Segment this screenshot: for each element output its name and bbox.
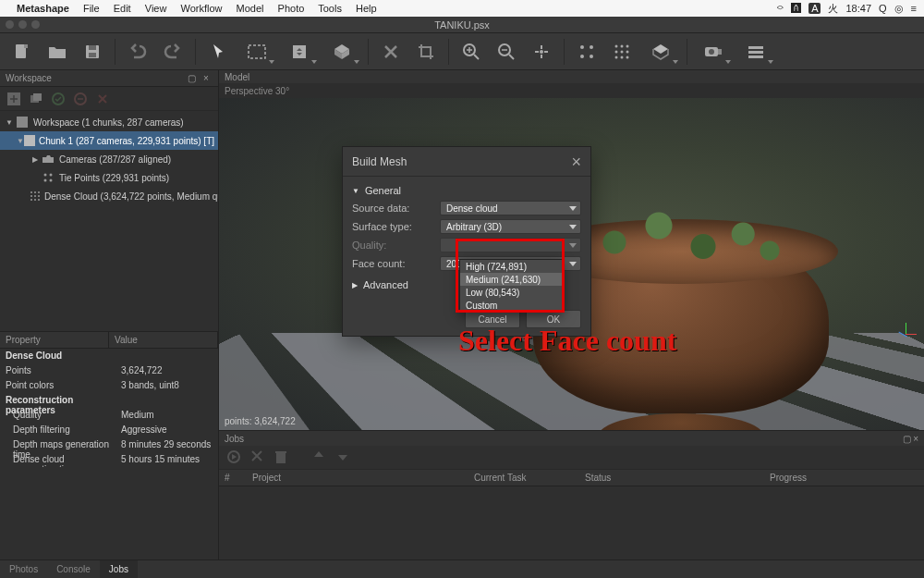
spotlight-icon[interactable]: Q xyxy=(879,3,887,14)
menu-edit[interactable]: Edit xyxy=(114,3,131,14)
job-movedown-button[interactable] xyxy=(337,449,354,466)
clock[interactable]: 18:47 xyxy=(845,3,871,14)
lang-badge[interactable]: A xyxy=(808,3,821,14)
add-chunk-button[interactable] xyxy=(6,91,22,107)
redo-button[interactable] xyxy=(156,37,189,67)
menu-photo[interactable]: Photo xyxy=(278,3,305,14)
col-number[interactable]: # xyxy=(219,470,247,486)
svg-rect-34 xyxy=(17,117,28,128)
svg-point-36 xyxy=(44,174,47,177)
crop-selection-button[interactable] xyxy=(409,37,443,67)
job-delete-button[interactable] xyxy=(274,449,291,466)
status-tray: ⌔ 🅰︎ A 火 18:47 Q ◎ ≡ xyxy=(777,2,917,16)
tab-photos[interactable]: Photos xyxy=(0,560,47,579)
tree-tiepoints[interactable]: Tie Points (229,931 points) xyxy=(0,168,218,187)
app-menus[interactable]: Metashape File Edit View Workflow Model … xyxy=(17,3,388,14)
undo-button[interactable] xyxy=(121,37,154,67)
ok-button[interactable]: OK xyxy=(526,310,581,328)
new-project-button[interactable] xyxy=(6,37,39,67)
properties-col-value: Value xyxy=(109,332,218,348)
tree-tiepoints-label: Tie Points (229,931 points) xyxy=(59,173,169,183)
menu-extra-icon[interactable]: ≡ xyxy=(911,3,917,14)
face-count-dropdown[interactable]: High (724,891) Medium (241,630) Low (80,… xyxy=(459,259,563,313)
tree-chunk[interactable]: ▼Chunk 1 (287 cameras, 229,931 points) [… xyxy=(0,131,218,150)
sparse-cloud-button[interactable] xyxy=(570,37,603,67)
show-items-button[interactable] xyxy=(736,37,776,67)
enable-button[interactable] xyxy=(50,91,67,107)
job-moveup-button[interactable] xyxy=(313,449,330,466)
panel-float-icon[interactable]: ▢ xyxy=(903,434,911,444)
dense-cloud-button[interactable] xyxy=(605,37,638,67)
col-task[interactable]: Current Task xyxy=(468,470,579,486)
navigate-button[interactable] xyxy=(201,37,235,67)
move-region-button[interactable] xyxy=(279,37,320,67)
option-high[interactable]: High (724,891) xyxy=(460,260,562,273)
jobs-list[interactable] xyxy=(219,486,924,560)
job-cancel-button[interactable] xyxy=(250,449,267,466)
cancel-button[interactable]: Cancel xyxy=(465,310,520,328)
tree-root[interactable]: ▼Workspace (1 chunks, 287 cameras) xyxy=(0,113,218,131)
option-medium[interactable]: Medium (241,630) xyxy=(460,273,562,286)
menu-view[interactable]: View xyxy=(145,3,167,14)
delete-selection-button[interactable] xyxy=(374,37,407,67)
move-object-button[interactable] xyxy=(322,37,362,67)
col-progress[interactable]: Progress xyxy=(764,470,924,486)
col-status[interactable]: Status xyxy=(579,470,764,486)
section-general[interactable]: ▼General xyxy=(352,182,581,199)
svg-rect-50 xyxy=(276,453,286,463)
dialog-close-icon[interactable]: × xyxy=(571,154,581,170)
workspace-tree[interactable]: ▼Workspace (1 chunks, 287 cameras) ▼Chun… xyxy=(0,111,218,331)
col-project[interactable]: Project xyxy=(247,470,468,486)
svg-point-47 xyxy=(34,199,36,201)
reset-view-button[interactable] xyxy=(525,37,558,67)
wifi-icon[interactable]: ⌔ xyxy=(777,3,784,14)
user-icon[interactable]: ◎ xyxy=(894,3,904,15)
zoom-out-button[interactable] xyxy=(490,37,523,67)
svg-point-18 xyxy=(621,50,624,53)
prop-section-recon: Reconstruction parameters xyxy=(0,393,116,408)
menu-help[interactable]: Help xyxy=(356,3,377,14)
input-source-icon[interactable]: 🅰︎ xyxy=(791,3,801,14)
quality-select xyxy=(440,238,581,252)
tab-jobs[interactable]: Jobs xyxy=(100,560,138,579)
tree-densecloud-label: Dense Cloud (3,624,722 points, Medium qu… xyxy=(44,191,218,202)
svg-rect-1 xyxy=(24,44,28,48)
zoom-in-button[interactable] xyxy=(455,37,488,67)
open-button[interactable] xyxy=(41,37,74,67)
bottom-tabs: Photos Console Jobs xyxy=(0,560,924,578)
surface-type-select[interactable]: Arbitrary (3D) xyxy=(440,219,581,234)
svg-point-17 xyxy=(615,50,618,53)
model-shaded-button[interactable] xyxy=(640,37,681,67)
save-button[interactable] xyxy=(76,37,109,67)
source-data-select[interactable]: Dense cloud xyxy=(440,201,581,215)
panel-close-icon[interactable]: × xyxy=(913,434,918,444)
tree-densecloud[interactable]: Dense Cloud (3,624,722 points, Medium qu… xyxy=(0,187,218,205)
window-controls[interactable] xyxy=(6,20,40,29)
menu-file[interactable]: File xyxy=(83,3,100,14)
remove-button[interactable] xyxy=(94,91,111,107)
svg-point-45 xyxy=(38,195,40,197)
svg-point-13 xyxy=(590,55,593,58)
job-start-button[interactable] xyxy=(226,449,243,466)
tab-console[interactable]: Console xyxy=(47,560,100,579)
viewport-header: Model xyxy=(219,70,924,83)
tree-cameras[interactable]: ▶Cameras (287/287 aligned) xyxy=(0,150,218,168)
rect-select-button[interactable] xyxy=(237,37,277,67)
jobs-columns: # Project Current Task Status Progress xyxy=(219,470,924,486)
properties-col-property: Property xyxy=(0,332,109,348)
menu-app[interactable]: Metashape xyxy=(17,3,69,14)
menu-tools[interactable]: Tools xyxy=(318,3,342,14)
panel-close-icon[interactable]: × xyxy=(200,72,213,85)
panel-float-icon[interactable]: ▢ xyxy=(185,72,198,85)
option-low[interactable]: Low (80,543) xyxy=(460,286,562,299)
menu-model[interactable]: Model xyxy=(237,3,264,14)
option-custom[interactable]: Custom xyxy=(460,299,562,312)
show-cameras-button[interactable] xyxy=(693,37,734,67)
add-photos-button[interactable] xyxy=(28,91,44,107)
prop-val: 8 minutes 29 seconds xyxy=(116,437,218,452)
properties-panel: Property Value Dense Cloud Points3,624,7… xyxy=(0,331,218,560)
svg-point-48 xyxy=(38,199,40,201)
menu-workflow[interactable]: Workflow xyxy=(180,3,222,14)
disable-button[interactable] xyxy=(72,91,89,107)
svg-rect-4 xyxy=(89,53,96,57)
